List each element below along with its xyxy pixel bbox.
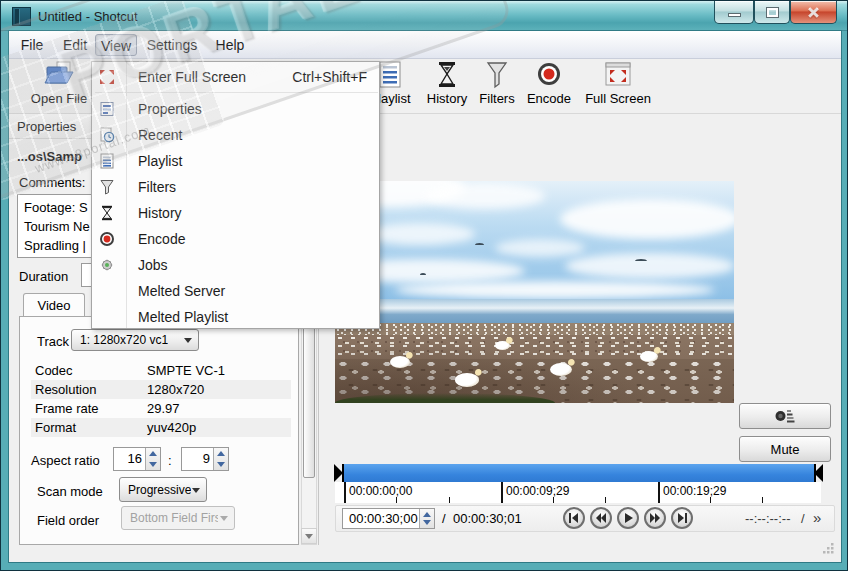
menu-item-melted-playlist[interactable]: Melted Playlist — [93, 304, 379, 330]
ocean — [335, 299, 734, 325]
time-ruler[interactable]: 00:00:00;00 00:00:09;29 00:00:19;29 — [335, 482, 821, 503]
ruler-label: 00:00:09;29 — [506, 484, 569, 498]
flying-bird — [475, 243, 484, 247]
menu-file[interactable]: File — [13, 34, 51, 56]
jobs-icon — [99, 257, 115, 273]
aspect-height-stepper[interactable]: 9 — [181, 447, 229, 471]
chevron-down-icon — [184, 338, 192, 343]
aspect-separator: : — [168, 453, 172, 468]
track-select[interactable]: 1: 1280x720 vc1 — [71, 329, 199, 351]
chevron-down-icon — [220, 516, 228, 521]
open-file-icon — [43, 61, 75, 89]
scan-mode-label: Scan mode — [37, 484, 103, 499]
fast-forward-icon — [649, 512, 661, 524]
fullscreen-icon — [603, 61, 633, 89]
gannet-bird — [455, 373, 479, 387]
duration-label: Duration — [19, 269, 68, 284]
view-dropdown-menu: Enter Full Screen Ctrl+Shift+F Propertie… — [91, 61, 380, 329]
maximize-button[interactable] — [754, 1, 790, 24]
mute-button[interactable]: Mute — [739, 436, 831, 462]
toolbar-overflow-chevron[interactable]: » — [813, 509, 821, 526]
rewind-icon — [595, 512, 607, 524]
time-separator: / — [442, 511, 446, 526]
encode-icon — [535, 61, 563, 89]
skip-to-start-icon — [568, 512, 580, 524]
history-icon — [434, 61, 460, 89]
play-button[interactable] — [617, 507, 639, 529]
file-path: ...os\Samp — [17, 149, 82, 164]
menu-item-recent[interactable]: Recent — [93, 122, 379, 148]
menu-item-melted-server[interactable]: Melted Server — [93, 278, 379, 304]
sky — [335, 181, 734, 301]
stepper-arrows[interactable] — [419, 509, 434, 528]
chevron-down-icon — [192, 488, 200, 493]
gannet-bird — [640, 351, 658, 362]
prop-row-codec: CodecSMPTE VC-1 — [31, 361, 291, 380]
seek-bar[interactable] — [344, 464, 814, 482]
close-button[interactable] — [790, 1, 837, 24]
toolbar-open-file[interactable]: Open File — [25, 61, 93, 111]
recent-icon — [99, 127, 115, 143]
track-label: Track — [37, 334, 69, 349]
gannet-bird — [550, 363, 572, 376]
field-order-label: Field order — [37, 513, 99, 528]
skip-to-start-button[interactable] — [563, 507, 585, 529]
maximize-icon — [767, 8, 778, 17]
toolbar-history[interactable]: History — [419, 61, 475, 111]
gannet-bird — [495, 341, 510, 350]
field-order-select: Bottom Field First — [121, 506, 235, 530]
playlist-icon — [99, 153, 115, 169]
skip-to-end-icon — [676, 512, 688, 524]
properties-icon — [99, 101, 115, 117]
fast-forward-button[interactable] — [644, 507, 666, 529]
minimize-button[interactable] — [714, 1, 754, 24]
scroll-down-button[interactable] — [301, 528, 317, 544]
menu-item-encode[interactable]: Encode — [93, 226, 379, 252]
filters-icon — [99, 179, 115, 195]
gannet-bird — [390, 356, 410, 368]
dock-title: Properties — [17, 119, 76, 134]
close-icon — [807, 6, 820, 19]
arrow-down-icon — [305, 534, 313, 539]
prop-row-resolution: Resolution1280x720 — [31, 380, 291, 399]
rewind-button[interactable] — [590, 507, 612, 529]
menu-item-filters[interactable]: Filters — [93, 174, 379, 200]
tab-video[interactable]: Video — [23, 293, 85, 317]
menu-item-properties[interactable]: Properties — [93, 96, 379, 122]
volume-button[interactable] — [739, 403, 831, 429]
comments-label: Comments: — [19, 175, 85, 190]
prop-row-format: Formatyuv420p — [31, 418, 291, 437]
video-preview — [335, 181, 734, 403]
encode-icon — [99, 231, 115, 247]
history-icon — [99, 205, 115, 221]
menu-item-playlist[interactable]: Playlist — [93, 148, 379, 174]
menu-settings[interactable]: Settings — [141, 34, 203, 56]
stepper-arrows[interactable] — [145, 448, 160, 470]
selected-separator: / — [801, 511, 805, 526]
toolbar-full-screen[interactable]: Full Screen — [581, 61, 655, 111]
window-title: Untitled - Shotcut — [38, 9, 138, 24]
flying-bird — [420, 273, 426, 277]
fullscreen-icon — [99, 69, 115, 85]
aspect-ratio-label: Aspect ratio — [31, 453, 100, 468]
aspect-width-stepper[interactable]: 16 — [113, 447, 161, 471]
menu-item-jobs[interactable]: Jobs — [93, 252, 379, 278]
ruler-label: 00:00:00;00 — [349, 484, 412, 498]
current-time-spinner[interactable]: 00:00:30;00 — [342, 508, 435, 529]
menu-edit[interactable]: Edit — [55, 34, 95, 56]
toolbar-filters[interactable]: Filters — [471, 61, 523, 111]
scan-mode-select[interactable]: Progressive — [119, 477, 207, 502]
menu-item-enter-full-screen[interactable]: Enter Full Screen Ctrl+Shift+F — [93, 64, 379, 90]
app-icon[interactable] — [12, 7, 31, 26]
flying-bird — [635, 259, 647, 263]
stepper-arrows[interactable] — [213, 448, 228, 470]
toolbar-grip[interactable] — [17, 65, 22, 105]
minimize-icon — [728, 13, 741, 17]
skip-to-end-button[interactable] — [671, 507, 693, 529]
menu-help[interactable]: Help — [209, 34, 251, 56]
volume-icon — [774, 408, 796, 424]
toolbar-encode[interactable]: Encode — [523, 61, 575, 111]
menu-view[interactable]: View — [95, 34, 137, 56]
resize-grip[interactable] — [821, 541, 835, 555]
menu-item-history[interactable]: History — [93, 200, 379, 226]
